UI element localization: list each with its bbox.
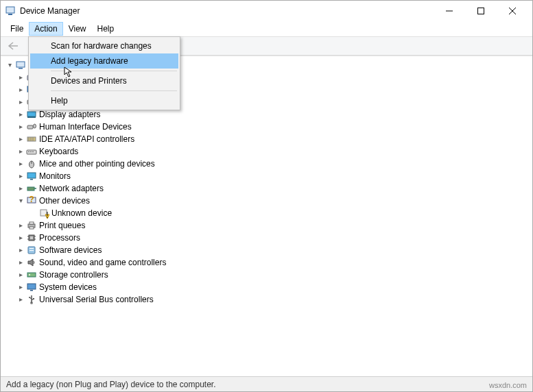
svg-rect-40 (30, 236, 33, 239)
action-dropdown: Scan for hardware changes Add legacy har… (28, 36, 180, 110)
svg-rect-16 (27, 125, 33, 129)
dropdown-help[interactable]: Help (30, 93, 178, 108)
svg-rect-1 (8, 14, 12, 15)
expand-icon[interactable]: ▸ (16, 134, 25, 144)
speaker-icon (26, 257, 37, 268)
tree-label: Software devices (39, 245, 102, 255)
expand-icon[interactable]: ▸ (16, 233, 25, 243)
expand-icon[interactable]: ▸ (16, 97, 25, 107)
expand-icon[interactable]: ▸ (16, 258, 25, 267)
tree-item-software-devices[interactable]: ▸ Software devices (1, 244, 532, 256)
titlebar: Device Manager (1, 1, 532, 21)
svg-rect-29 (30, 179, 33, 180)
tree-label: Monitors (39, 171, 71, 181)
tree-label: Print queues (39, 221, 85, 230)
svg-rect-55 (33, 298, 34, 299)
expand-icon[interactable]: ▸ (16, 73, 25, 82)
maximize-button[interactable] (465, 1, 497, 21)
menu-action[interactable]: Action (29, 22, 62, 36)
svg-rect-28 (27, 173, 36, 178)
tree-label: Universal Serial Bus controllers (39, 295, 154, 304)
network-icon (26, 183, 37, 194)
expand-icon[interactable]: ▸ (16, 147, 25, 156)
display-adapter-icon (26, 109, 37, 120)
hid-icon (26, 121, 37, 132)
other-devices-icon: ? (26, 195, 37, 206)
expand-icon[interactable]: ▾ (5, 60, 14, 70)
tree-label: Sound, video and game controllers (39, 258, 166, 267)
window-title: Device Manager (20, 6, 434, 16)
storage-controller-icon (26, 269, 37, 280)
svg-rect-48 (27, 273, 36, 277)
back-button[interactable] (5, 38, 21, 53)
svg-rect-7 (19, 68, 23, 69)
svg-rect-6 (16, 62, 25, 67)
tree-label: IDE ATA/ATAPI controllers (39, 134, 134, 144)
tree-label: Display adapters (39, 110, 100, 119)
tree-item-print-queues[interactable]: ▸ Print queues (1, 219, 532, 232)
printer-icon (26, 220, 37, 231)
tree-item-network[interactable]: ▸ Network adapters (1, 182, 532, 195)
svg-rect-51 (30, 290, 33, 291)
svg-rect-46 (29, 248, 34, 249)
tree-label: Unknown device (51, 208, 112, 218)
svg-rect-15 (27, 117, 36, 118)
tree-item-hid[interactable]: ▸ Human Interface Devices (1, 121, 532, 133)
svg-rect-25 (32, 151, 34, 152)
tree-item-monitors[interactable]: ▸ Monitors (1, 170, 532, 182)
dropdown-add-legacy-hardware[interactable]: Add legacy hardware (30, 53, 178, 69)
svg-rect-3 (478, 8, 484, 14)
tree-item-ide[interactable]: ▸ IDE ATA/ATAPI controllers (1, 133, 532, 145)
tree-item-mice[interactable]: ▸ Mice and other pointing devices (1, 158, 532, 170)
unknown-device-icon: ! (38, 208, 49, 219)
tree-item-processors[interactable]: ▸ Processors (1, 232, 532, 244)
expand-icon[interactable]: ▸ (16, 122, 25, 132)
menu-help[interactable]: Help (92, 22, 120, 36)
expand-icon[interactable]: ▸ (16, 282, 25, 292)
dropdown-separator (51, 90, 177, 91)
svg-point-49 (29, 274, 30, 275)
monitor-icon (26, 171, 37, 182)
svg-rect-47 (29, 250, 34, 251)
computer-icon (15, 60, 26, 71)
tree-item-sound[interactable]: ▸ Sound, video and game controllers (1, 256, 532, 269)
expand-icon[interactable]: ▸ (16, 184, 25, 193)
collapse-icon[interactable]: ▾ (16, 196, 25, 206)
tree-item-keyboards[interactable]: ▸ Keyboards (1, 145, 532, 158)
tree-item-system-devices[interactable]: ▸ System devices (1, 281, 532, 293)
tree-item-unknown-device[interactable]: ▸ ! Unknown device (1, 207, 532, 219)
expand-icon[interactable]: ▸ (16, 85, 25, 95)
svg-point-17 (34, 124, 36, 128)
app-icon (5, 5, 16, 16)
svg-rect-0 (6, 7, 14, 13)
tree-label: Human Interface Devices (39, 122, 132, 132)
menu-view[interactable]: View (63, 22, 92, 36)
tree-item-storage[interactable]: ▸ Storage controllers (1, 269, 532, 281)
minimize-button[interactable] (434, 1, 465, 21)
dropdown-devices-printers[interactable]: Devices and Printers (30, 73, 178, 88)
device-manager-window: Device Manager File Action View Help Sca… (0, 0, 533, 392)
close-button[interactable] (497, 1, 528, 21)
expand-icon[interactable]: ▸ (16, 245, 25, 255)
menubar: File Action View Help (1, 21, 532, 36)
keyboard-icon (26, 146, 37, 157)
menu-file[interactable]: File (5, 22, 29, 36)
expand-icon[interactable]: ▸ (16, 295, 25, 304)
tree-item-usb[interactable]: ▸ Universal Serial Bus controllers (1, 293, 532, 306)
software-icon (26, 245, 37, 256)
svg-text:?: ? (29, 195, 34, 204)
expand-icon[interactable]: ▸ (16, 171, 25, 181)
ide-icon (26, 134, 37, 145)
expand-icon[interactable]: ▸ (16, 110, 25, 119)
svg-rect-37 (29, 222, 34, 224)
expand-icon[interactable]: ▸ (16, 221, 25, 230)
dropdown-scan-hardware[interactable]: Scan for hardware changes (30, 38, 178, 53)
tree-label: Network adapters (39, 184, 104, 193)
tree-label: System devices (39, 282, 97, 292)
tree-label: Processors (39, 233, 80, 243)
tree-label: Keyboards (39, 147, 78, 156)
statusbar: Add a legacy (non Plug and Play) device … (1, 376, 532, 391)
expand-icon[interactable]: ▸ (16, 270, 25, 280)
tree-item-other-devices[interactable]: ▾ ? Other devices (1, 195, 532, 207)
expand-icon[interactable]: ▸ (16, 159, 25, 169)
